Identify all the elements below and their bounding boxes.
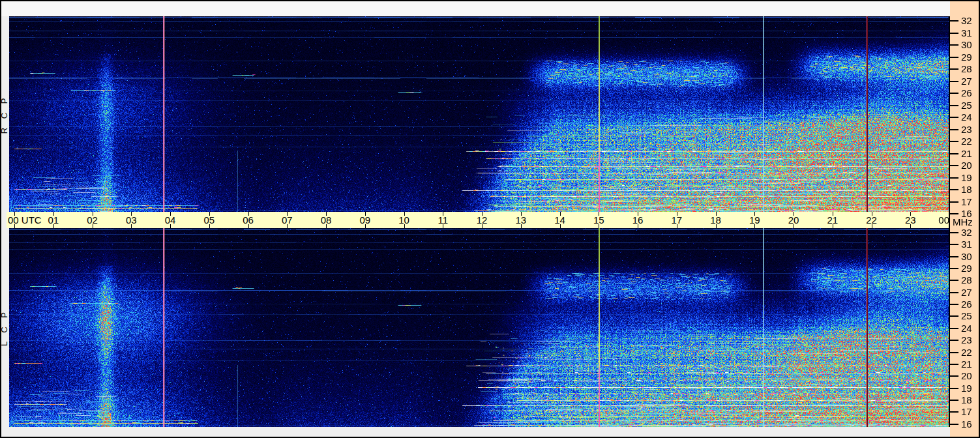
freq-tick (950, 424, 958, 425)
freq-tick (950, 315, 958, 317)
freq-tick-label: 30 (961, 251, 972, 262)
freq-tick-label: 28 (961, 274, 972, 285)
time-tick-label: 00 (938, 214, 949, 226)
time-tick-label: 03 (126, 214, 137, 226)
freq-tick-label: 22 (961, 347, 972, 358)
freq-tick-label: 25 (961, 310, 972, 321)
freq-tick-label: 26 (961, 299, 972, 310)
freq-tick (950, 364, 958, 365)
freq-tick-label: 21 (961, 148, 972, 159)
bottom-margin (1, 427, 950, 437)
freq-tick-label: 27 (961, 76, 972, 87)
freq-tick-label: 20 (961, 160, 972, 171)
freq-tick-label: 20 (961, 370, 972, 381)
freq-tick-label: 21 (961, 358, 972, 370)
freq-tick (950, 165, 958, 166)
freq-tick-label: 32 (961, 227, 972, 238)
rcp-polarization-label: R C P (0, 16, 9, 212)
lcp-spectrogram (9, 228, 949, 427)
time-tick-label: 18 (710, 214, 721, 226)
freq-tick (950, 44, 958, 46)
freq-tick (950, 177, 958, 179)
freq-tick (950, 20, 958, 22)
time-tick-label: 00 UTC (8, 214, 42, 226)
freq-tick-label: 29 (961, 51, 972, 63)
freq-tick (950, 411, 958, 413)
freq-tick-label: 19 (961, 172, 972, 183)
freq-tick-label: 17 (961, 406, 972, 417)
time-tick-label: 21 (827, 214, 838, 226)
freq-tick-label: 27 (961, 287, 972, 298)
freq-tick-label: 18 (961, 394, 972, 405)
freq-tick (950, 375, 958, 377)
time-tick-label: 10 (398, 214, 409, 226)
time-tick-label: 13 (515, 214, 526, 226)
lcp-polarization-label: L C P (0, 228, 9, 427)
freq-tick (950, 117, 958, 118)
freq-tick-label: 24 (961, 111, 972, 123)
freq-tick-label: 29 (961, 263, 972, 274)
time-tick-label: 08 (321, 214, 332, 226)
freq-tick-label: 16 (961, 418, 972, 430)
freq-tick-label: 28 (961, 63, 972, 74)
freq-tick-label: 19 (961, 383, 972, 394)
freq-tick (950, 328, 958, 329)
freq-tick (950, 268, 958, 269)
time-tick-label: 12 (477, 214, 488, 226)
freq-tick-label: 22 (961, 136, 972, 147)
freq-tick (950, 388, 958, 389)
freq-tick (950, 189, 958, 190)
freq-tick-label: 24 (961, 323, 972, 334)
freq-tick (950, 93, 958, 94)
time-axis: 00 UTC0102030405060708091011121314151617… (7, 212, 950, 228)
time-tick-label: 11 (438, 214, 448, 226)
time-tick-label: 01 (48, 214, 59, 226)
time-tick-label: 15 (593, 214, 604, 226)
time-tick-label: 14 (554, 214, 565, 226)
frequency-axis: MHz 323130292827262524232221201918171632… (950, 1, 979, 437)
freq-tick-label: 26 (961, 87, 972, 98)
time-tick-label: 23 (905, 214, 916, 226)
freq-tick-label: 31 (961, 239, 972, 250)
freq-tick (950, 153, 958, 154)
freq-tick (950, 232, 958, 233)
time-tick-label: 19 (749, 214, 760, 226)
freq-tick (950, 129, 958, 130)
freq-tick (950, 256, 958, 257)
freq-tick-label: 23 (961, 124, 972, 135)
freq-tick (950, 105, 958, 106)
time-tick-label: 17 (671, 214, 682, 226)
freq-tick-label: 16 (961, 208, 972, 219)
time-tick-label: 09 (359, 214, 370, 226)
freq-tick (950, 33, 958, 34)
time-tick-label: 06 (243, 214, 254, 226)
freq-tick-label: 23 (961, 334, 972, 345)
freq-tick (950, 201, 958, 203)
freq-tick (950, 141, 958, 142)
freq-tick (950, 304, 958, 305)
time-tick-label: 02 (87, 214, 98, 226)
time-tick-label: 20 (788, 214, 799, 226)
freq-tick-label: 17 (961, 196, 972, 207)
freq-tick (950, 81, 958, 82)
freq-tick-label: 18 (961, 184, 972, 195)
freq-tick (950, 244, 958, 245)
freq-tick (950, 400, 958, 401)
time-tick-label: 07 (282, 214, 293, 226)
freq-tick (950, 340, 958, 341)
time-tick-label: 04 (165, 214, 176, 226)
rcp-spectrogram (9, 16, 949, 212)
spectrograph-window: AJ4CO Observatory 27 Oct 2021 - DPS on T… (0, 0, 980, 438)
freq-tick (950, 292, 958, 293)
freq-tick (950, 57, 958, 58)
time-tick-label: 05 (203, 214, 215, 226)
freq-tick-label: 31 (961, 27, 972, 38)
time-tick-label: 16 (632, 214, 644, 226)
title-bar: AJ4CO Observatory 27 Oct 2021 - DPS on T… (1, 1, 950, 16)
freq-tick-label: 30 (961, 39, 972, 50)
time-tick-label: 22 (866, 214, 877, 226)
freq-tick (950, 352, 958, 353)
freq-tick-label: 25 (961, 100, 972, 111)
freq-tick (950, 68, 958, 70)
freq-tick (950, 280, 958, 281)
